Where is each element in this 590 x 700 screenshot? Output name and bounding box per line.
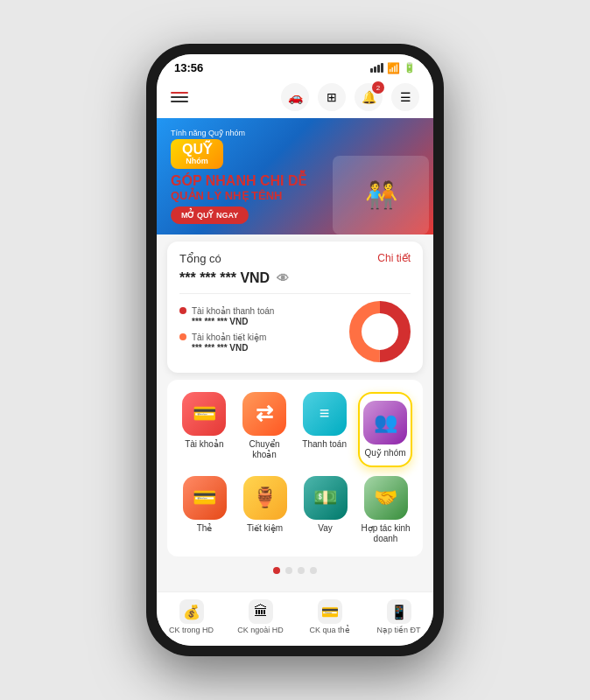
ck-qua-the-label: CK qua thẻ: [309, 626, 349, 635]
nav-nap-tien-dt[interactable]: 📱 Nạp tiền ĐT: [364, 599, 433, 635]
breakdown-amount-1: *** *** *** VND: [192, 317, 274, 326]
service-tai-khoan[interactable]: 💳 Tài khoản: [178, 392, 231, 467]
battery-icon: 🔋: [404, 62, 416, 74]
tiet-kiem-label: Tiết kiệm: [247, 523, 283, 534]
phone-frame: 13:56 📶 🔋 🚗 ⊞ 🔔: [146, 44, 444, 656]
wifi-icon: 📶: [387, 62, 400, 74]
phone-screen: 13:56 📶 🔋 🚗 ⊞ 🔔: [157, 54, 433, 646]
notification-badge: 2: [372, 81, 384, 94]
status-time: 13:56: [174, 61, 203, 74]
chuyen-khoan-icon: ⇄: [242, 392, 286, 436]
balance-value: *** *** *** VND: [179, 270, 270, 286]
dot-1: [273, 567, 280, 574]
nhom-text: Nhóm: [186, 157, 208, 165]
breakdown-1-content: Tài khoản thanh toán *** *** *** VND: [192, 305, 274, 326]
services-section: 💳 Tài khoản ⇄ Chuyển khoản ≡ Thanh toán …: [167, 380, 423, 556]
quy-badge: QUỸ Nhóm: [171, 139, 223, 169]
breakdown-amount-2: *** *** *** VND: [192, 343, 266, 353]
quy-nhom-label: Quỹ nhóm: [364, 448, 405, 458]
breakdown-label-2: Tài khoản tiết kiệm: [192, 332, 266, 343]
banner-subtitle: Tính năng Quỹ nhóm: [171, 129, 307, 137]
service-tiet-kiem[interactable]: 🏺 Tiết kiệm: [238, 476, 291, 544]
balance-amount: *** *** *** VND 👁: [179, 270, 411, 294]
nav-ck-trong-hd[interactable]: 💰 CK trong HD: [157, 599, 226, 635]
ck-qua-the-icon: 💳: [318, 599, 342, 624]
banner-left: Tính năng Quỹ nhóm QUỸ Nhóm GÓP NHANH CH…: [171, 129, 307, 224]
nav-ck-qua-the[interactable]: 💳 CK qua thẻ: [295, 599, 364, 635]
service-thanh-toan[interactable]: ≡ Thanh toán: [298, 392, 351, 467]
quy-text: QUỸ: [182, 143, 212, 157]
breakdown-label-1: Tài khoản thanh toán: [192, 305, 274, 317]
chuyen-khoan-label: Chuyển khoản: [238, 439, 291, 460]
dot-3: [298, 567, 305, 574]
vay-label: Vay: [318, 523, 333, 534]
thanh-toan-icon: ≡: [303, 392, 347, 436]
status-bar: 13:56 📶 🔋: [157, 54, 433, 78]
service-vay[interactable]: 💵 Vay: [299, 476, 352, 544]
banner-headline: GÓP NHANH CHI DỄ QUẢN LÝ NHẸ TÊNH: [171, 172, 307, 203]
the-icon: 💳: [183, 476, 227, 520]
menu-icon[interactable]: ☰: [391, 83, 419, 111]
qr-icon[interactable]: ⊞: [318, 83, 346, 111]
hop-tac-label: Hợp tác kinh doanh: [359, 523, 412, 544]
breakdown-item-2: Tài khoản tiết kiệm *** *** *** VND: [179, 332, 339, 353]
banner-illustration: 🧑‍🤝‍🧑: [333, 156, 429, 234]
hop-tac-icon: 🤝: [364, 476, 408, 520]
nav-ck-ngoai-hd[interactable]: 🏛 CK ngoài HD: [226, 599, 295, 635]
dot-orange: [179, 333, 186, 340]
signal-icon: [370, 63, 383, 73]
ck-trong-hd-icon: 💰: [179, 599, 204, 624]
services-grid-row1: 💳 Tài khoản ⇄ Chuyển khoản ≡ Thanh toán …: [178, 392, 412, 467]
ck-ngoai-hd-icon: 🏛: [249, 599, 273, 624]
nap-tien-dt-icon: 📱: [387, 599, 411, 624]
car-icon[interactable]: 🚗: [281, 83, 309, 111]
banner-headline-1: GÓP NHANH CHI DỄ: [171, 172, 307, 189]
balance-breakdown: Tài khoản thanh toán *** *** *** VND Tài…: [179, 301, 411, 362]
dot-2: [285, 567, 292, 574]
vay-icon: 💵: [304, 476, 348, 520]
nap-tien-dt-label: Nạp tiền ĐT: [376, 626, 420, 635]
page-dots: [157, 567, 433, 574]
hamburger-menu[interactable]: [171, 92, 188, 102]
quy-nhom-icon: 👥: [363, 401, 407, 444]
service-quy-nhom[interactable]: 👥 Quỹ nhóm: [358, 392, 412, 467]
dot-4: [310, 567, 317, 574]
tiet-kiem-icon: 🏺: [243, 476, 287, 520]
balance-card: Tổng có Chi tiết *** *** *** VND 👁 Tài k…: [167, 242, 423, 373]
pie-chart: [349, 301, 411, 362]
ck-trong-hd-label: CK trong HD: [169, 626, 214, 635]
breakdown-2-content: Tài khoản tiết kiệm *** *** *** VND: [192, 332, 266, 353]
services-grid-row2: 💳 Thẻ 🏺 Tiết kiệm 💵 Vay 🤝 Hợp tác kinh d…: [178, 476, 412, 544]
breakdown-items: Tài khoản thanh toán *** *** *** VND Tài…: [179, 305, 339, 358]
eye-icon[interactable]: 👁: [277, 271, 289, 285]
dot-red: [179, 307, 186, 314]
nav-icons: 🚗 ⊞ 🔔 2 ☰: [281, 83, 419, 111]
banner-cta-button[interactable]: MỞ QUỸ NGAY: [171, 206, 249, 224]
status-icons: 📶 🔋: [370, 62, 416, 74]
breakdown-item-1: Tài khoản thanh toán *** *** *** VND: [179, 305, 339, 326]
service-chuyen-khoan[interactable]: ⇄ Chuyển khoản: [238, 392, 291, 467]
thanh-toan-label: Thanh toán: [302, 439, 347, 450]
banner-characters: 🧑‍🤝‍🧑: [328, 118, 433, 234]
tai-khoan-icon: 💳: [182, 392, 226, 436]
bottom-nav: 💰 CK trong HD 🏛 CK ngoài HD 💳 CK qua thẻ…: [157, 592, 433, 646]
tai-khoan-label: Tài khoản: [185, 439, 223, 450]
chi-tiet-link[interactable]: Chi tiết: [377, 252, 411, 264]
banner-headline-2: QUẢN LÝ NHẸ TÊNH: [171, 189, 307, 203]
balance-header: Tổng có Chi tiết: [179, 252, 411, 265]
notification-icon[interactable]: 🔔 2: [355, 83, 383, 111]
banner: Tính năng Quỹ nhóm QUỸ Nhóm GÓP NHANH CH…: [157, 118, 433, 234]
ck-ngoai-hd-label: CK ngoài HD: [237, 626, 284, 635]
service-hop-tac[interactable]: 🤝 Hợp tác kinh doanh: [359, 476, 412, 544]
top-nav: 🚗 ⊞ 🔔 2 ☰: [157, 78, 433, 118]
service-the[interactable]: 💳 Thẻ: [178, 476, 231, 544]
the-label: Thẻ: [197, 523, 213, 534]
balance-title: Tổng có: [179, 252, 221, 265]
